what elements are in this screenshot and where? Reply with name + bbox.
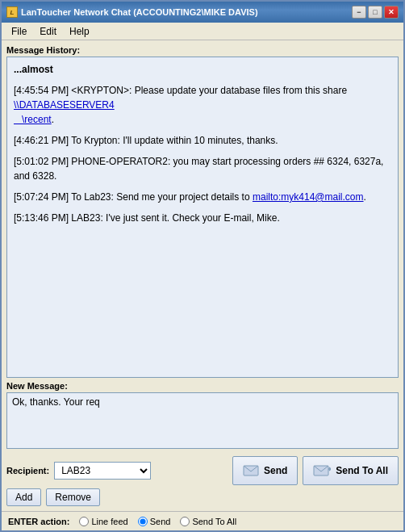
window-title: LanToucher Network Chat (ACCOUNTING2\MIK… bbox=[21, 7, 258, 17]
msg-1: [4:45:54 PM] <KRYPTON>: Please update yo… bbox=[14, 83, 391, 127]
msg-4: [5:07:24 PM] To Lab23: Send me your proj… bbox=[14, 190, 391, 204]
main-content: Message History: ...almost [4:45:54 PM] … bbox=[2, 40, 403, 511]
new-message-label: New Message: bbox=[6, 381, 399, 391]
radio-sendall-label: Send To All bbox=[192, 517, 236, 526]
recipient-select[interactable]: LAB23 KRYPTON PHONE-OPERATOR2 All bbox=[54, 462, 151, 480]
maximize-button[interactable]: □ bbox=[368, 6, 382, 19]
radio-linefeed[interactable] bbox=[79, 517, 89, 526]
link-databaseserver[interactable]: \\DATABASESERVER4 \recent bbox=[14, 99, 115, 125]
send-button[interactable]: Send bbox=[232, 456, 298, 485]
new-message-section: New Message: Ok, thanks. Your req bbox=[6, 381, 399, 451]
remove-button[interactable]: Remove bbox=[46, 488, 100, 506]
send-all-button-label: Send To All bbox=[336, 465, 388, 476]
message-history-section: Message History: ...almost [4:45:54 PM] … bbox=[6, 45, 399, 378]
main-window: L LanToucher Network Chat (ACCOUNTING2\M… bbox=[0, 0, 405, 532]
new-message-input[interactable]: Ok, thanks. Your req bbox=[6, 392, 399, 449]
menubar: File Edit Help bbox=[2, 23, 403, 40]
msg-3: [5:01:02 PM] PHONE-OPERATOR2: you may st… bbox=[14, 154, 391, 183]
menu-edit[interactable]: Edit bbox=[33, 24, 63, 39]
send-button-label: Send bbox=[264, 465, 287, 476]
titlebar: L LanToucher Network Chat (ACCOUNTING2\M… bbox=[2, 2, 403, 23]
radio-send-label: Send bbox=[150, 517, 171, 526]
titlebar-left: L LanToucher Network Chat (ACCOUNTING2\M… bbox=[6, 6, 258, 18]
radio-send[interactable] bbox=[138, 517, 148, 526]
recipient-section: Recipient: LAB23 KRYPTON PHONE-OPERATOR2… bbox=[6, 455, 399, 506]
link-email[interactable]: mailto:myk414@mail.com bbox=[253, 191, 364, 203]
msg-5: [5:13:46 PM] LAB23: I've just sent it. C… bbox=[14, 211, 391, 225]
menu-file[interactable]: File bbox=[5, 24, 33, 39]
menu-help[interactable]: Help bbox=[63, 24, 96, 39]
message-history-scroll[interactable]: ...almost [4:45:54 PM] <KRYPTON>: Please… bbox=[6, 57, 399, 378]
radio-linefeed-option[interactable]: Line feed bbox=[79, 517, 127, 526]
enter-action-label: ENTER action: bbox=[8, 517, 69, 526]
add-button[interactable]: Add bbox=[6, 488, 41, 506]
send-all-button[interactable]: Send To All bbox=[303, 456, 399, 485]
close-button[interactable]: ✕ bbox=[384, 6, 399, 19]
radio-sendall-option[interactable]: Send To All bbox=[180, 517, 236, 526]
send-icon bbox=[243, 464, 259, 477]
radio-linefeed-label: Line feed bbox=[91, 517, 127, 526]
radio-send-option[interactable]: Send bbox=[138, 517, 171, 526]
add-remove-row: Add Remove bbox=[6, 488, 399, 506]
message-history-label: Message History: bbox=[6, 45, 399, 55]
action-bar: ENTER action: Line feed Send Send To All bbox=[2, 511, 403, 530]
titlebar-buttons: − □ ✕ bbox=[352, 6, 399, 19]
send-all-icon bbox=[313, 464, 331, 477]
recipient-row: Recipient: LAB23 KRYPTON PHONE-OPERATOR2… bbox=[6, 456, 399, 485]
minimize-button[interactable]: − bbox=[352, 6, 366, 19]
radio-sendall[interactable] bbox=[180, 517, 190, 526]
app-icon: L bbox=[6, 6, 18, 18]
msg-0: ...almost bbox=[14, 62, 391, 77]
msg-2: [4:46:21 PM] To Krypton: I'll update wit… bbox=[14, 133, 391, 148]
recipient-label: Recipient: bbox=[6, 466, 49, 475]
send-buttons-group: Send Send To All bbox=[232, 456, 399, 485]
